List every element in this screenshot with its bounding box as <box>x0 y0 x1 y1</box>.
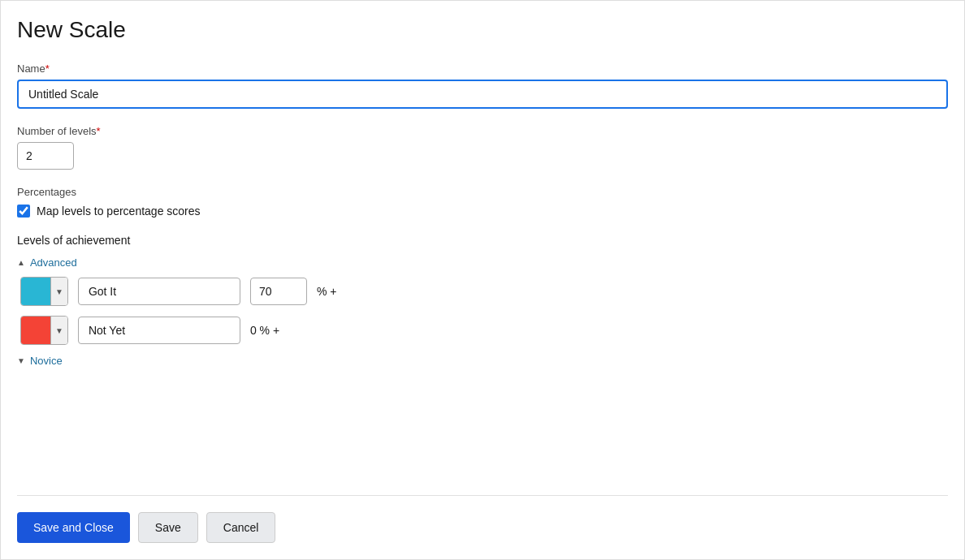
got-it-color-arrow-icon[interactable]: ▼ <box>50 277 67 306</box>
not-yet-name-input[interactable] <box>78 317 240 344</box>
page-title: New Scale <box>17 17 948 43</box>
levels-achievement-label: Levels of achievement <box>17 234 948 247</box>
save-and-close-button[interactable]: Save and Close <box>17 512 130 543</box>
levels-label: Number of levels* <box>17 125 948 137</box>
form-section: Name* Number of levels* Percentages Map … <box>17 62 948 495</box>
levels-achievement-section: Levels of achievement ▲ Advanced ▼ % + <box>17 234 948 367</box>
advanced-group-name: Advanced <box>30 256 77 269</box>
name-label: Name* <box>17 62 948 75</box>
got-it-name-input[interactable] <box>78 278 240 305</box>
got-it-percent-label: % + <box>317 285 337 298</box>
levels-field-group: Number of levels* <box>17 125 948 186</box>
footer-buttons: Save and Close Save Cancel <box>17 495 948 543</box>
cancel-button[interactable]: Cancel <box>206 512 276 543</box>
got-it-color-swatch <box>21 277 50 306</box>
page-container: New Scale Name* Number of levels* Percen… <box>0 0 965 560</box>
got-it-color-picker[interactable]: ▼ <box>20 277 68 306</box>
percentages-section: Percentages Map levels to percentage sco… <box>17 186 948 218</box>
level-group-advanced: ▲ Advanced ▼ % + ▼ <box>17 256 948 345</box>
name-input[interactable] <box>17 80 948 109</box>
not-yet-color-picker[interactable]: ▼ <box>20 316 68 345</box>
advanced-group-header[interactable]: ▲ Advanced <box>17 256 948 269</box>
map-percentages-row: Map levels to percentage scores <box>17 205 948 218</box>
map-percentages-checkbox[interactable] <box>17 205 30 218</box>
percentages-label: Percentages <box>17 186 948 198</box>
advanced-triangle-icon: ▲ <box>17 258 25 267</box>
not-yet-color-swatch <box>21 316 50 345</box>
level-row-not-yet: ▼ 0 % + <box>20 316 948 345</box>
name-field-group: Name* <box>17 62 948 125</box>
not-yet-color-arrow-icon[interactable]: ▼ <box>50 316 67 345</box>
map-percentages-label: Map levels to percentage scores <box>37 205 201 218</box>
save-button[interactable]: Save <box>138 512 198 543</box>
level-row-got-it: ▼ % + <box>20 277 948 306</box>
novice-triangle-icon: ▼ <box>17 356 25 365</box>
got-it-percentage-input[interactable] <box>250 278 307 305</box>
levels-input[interactable] <box>17 142 74 170</box>
novice-group-name: Novice <box>30 355 63 367</box>
novice-group-header[interactable]: ▼ Novice <box>17 355 948 367</box>
not-yet-percent-label: 0 % + <box>250 324 279 337</box>
